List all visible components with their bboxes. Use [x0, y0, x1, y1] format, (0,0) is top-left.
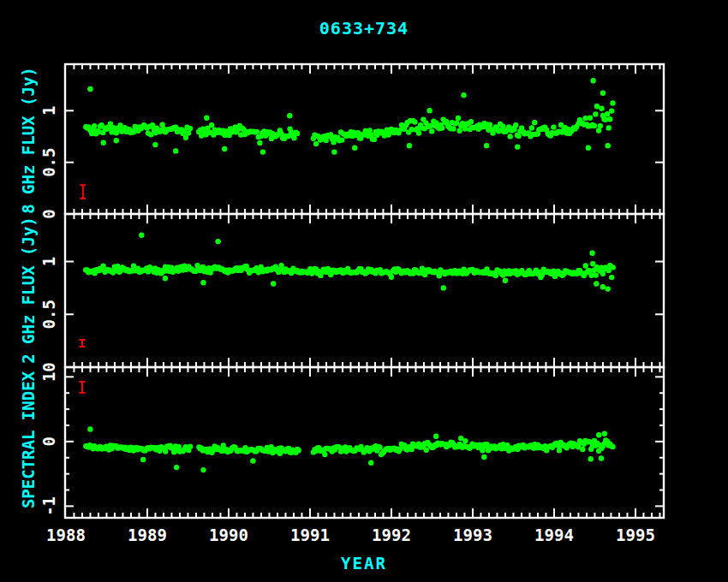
outlier-point [260, 149, 266, 154]
x-tick-label: 1989 [128, 526, 167, 544]
outlier-point [163, 276, 168, 281]
data-point [429, 128, 434, 134]
data-point [291, 135, 296, 140]
outlier-point [152, 142, 158, 147]
x-tick-label: 1994 [534, 526, 574, 544]
data-point [580, 447, 585, 452]
outlier-point [139, 233, 144, 238]
data-point [551, 124, 556, 129]
data-point [424, 448, 429, 453]
typical-error-bar [80, 185, 86, 199]
panel-2-GHz-flux-density: 10.50 [39, 214, 664, 372]
data-point [188, 444, 193, 449]
data-point [209, 122, 214, 128]
typical-error-bar [79, 382, 85, 393]
outlier-point [368, 460, 373, 466]
data-point [500, 124, 505, 129]
outlier-point [101, 140, 106, 146]
outlier-point [481, 454, 486, 460]
outlier-point [433, 434, 439, 439]
scatter-points-8-GHz-flux-density [83, 78, 616, 155]
data-point [462, 438, 468, 443]
outlier-point [588, 456, 594, 461]
x-tick-label: 1995 [616, 526, 655, 544]
data-point [163, 448, 168, 454]
x-tick-label: 1988 [46, 526, 86, 544]
data-point [513, 122, 518, 128]
scatter-points-spectral-index [83, 426, 616, 472]
outlier-point [250, 458, 255, 463]
data-point [377, 445, 382, 450]
typical-error-bar [79, 340, 85, 347]
outlier-point [596, 432, 601, 437]
data-point [598, 123, 603, 128]
outlier-point [441, 285, 446, 290]
data-point [451, 126, 456, 131]
outlier-point [606, 143, 611, 148]
data-point [508, 134, 513, 139]
outlier-point [503, 278, 508, 283]
outlier-point [114, 138, 119, 143]
panel-spectral-index: 10-1 [39, 367, 664, 518]
outlier-point [586, 146, 591, 151]
outlier-point [515, 144, 520, 149]
data-point [599, 106, 604, 111]
data-point [188, 126, 193, 131]
outlier-point [87, 86, 92, 92]
data-point [115, 264, 120, 269]
outlier-point [215, 239, 220, 244]
data-point [313, 141, 319, 146]
outlier-point [602, 431, 607, 436]
data-point [516, 134, 521, 139]
outlier-point [204, 116, 209, 121]
data-point [610, 444, 615, 449]
y-tick-label: 0 [39, 436, 58, 446]
data-point [462, 126, 468, 131]
data-point [412, 119, 417, 124]
data-point [257, 140, 262, 146]
outlier-point [140, 457, 146, 462]
data-point [593, 111, 598, 116]
data-point [439, 125, 445, 130]
outlier-point [589, 251, 594, 256]
y-tick-label: 1 [39, 106, 58, 116]
outlier-point [590, 78, 595, 83]
data-point [588, 116, 593, 121]
outlier-point [352, 146, 357, 151]
y-tick-label: 0 [39, 209, 58, 218]
outlier-point [173, 148, 178, 153]
data-point [609, 108, 614, 113]
light-curve-figure: 0633+734 8 GHz FLUX (Jy) 2 GHz FLUX (Jy)… [0, 0, 728, 582]
outlier-point [271, 281, 276, 286]
outlier-point [600, 284, 606, 289]
x-tick-label: 1993 [453, 526, 492, 544]
data-point [100, 263, 105, 268]
outlier-point [594, 281, 599, 286]
data-point [610, 100, 615, 105]
outlier-point [407, 143, 412, 148]
outlier-point [87, 426, 92, 431]
data-point [339, 137, 344, 142]
data-point [92, 123, 97, 128]
data-point [389, 275, 394, 280]
data-point [468, 119, 474, 124]
data-point [609, 275, 614, 280]
outlier-point [427, 108, 432, 113]
y-tick-label: 1 [39, 372, 58, 382]
data-point [295, 131, 300, 136]
y-tick-label: 0 [39, 362, 58, 371]
y-tick-label: 1 [39, 257, 58, 266]
data-point [607, 116, 612, 122]
outlier-point [287, 113, 292, 118]
panel-frame [65, 214, 664, 367]
outlier-point [599, 455, 604, 460]
outlier-point [174, 465, 179, 470]
x-tick-label: 1991 [290, 526, 330, 544]
outlier-point [606, 286, 611, 291]
outlier-point [484, 143, 489, 148]
data-point [322, 452, 327, 457]
data-point [254, 129, 260, 134]
data-point [611, 264, 616, 270]
panel-frame [65, 64, 664, 214]
y-tick-label: 0.5 [39, 300, 58, 329]
